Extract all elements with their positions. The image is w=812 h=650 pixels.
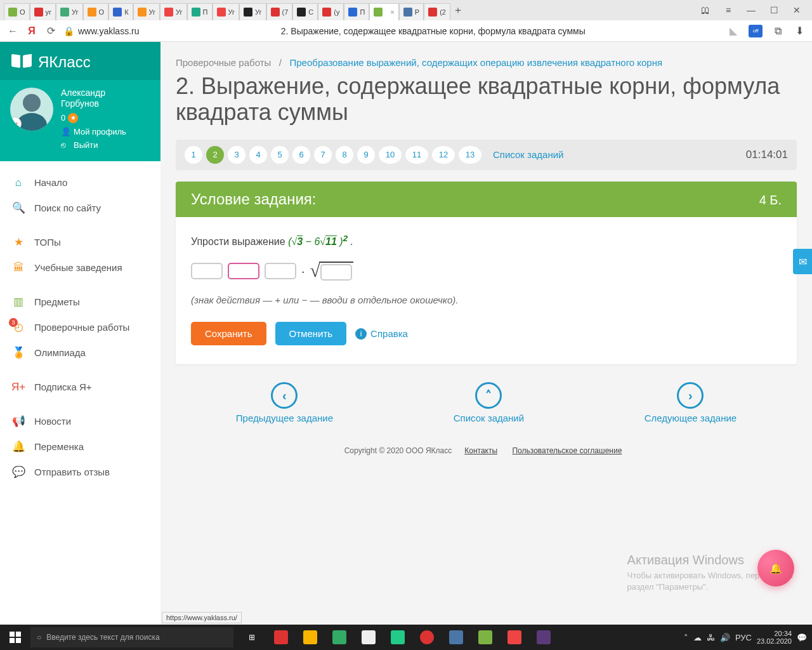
help-link[interactable]: iСправка (355, 328, 408, 340)
reader-icon[interactable]: 🕮 (694, 0, 717, 20)
task-list-link[interactable]: Список заданий (493, 149, 563, 160)
sidebar-item[interactable]: ★ТОПы (0, 230, 160, 255)
browser-tab[interactable]: уг (30, 3, 56, 20)
sidebar-item[interactable]: 💬Отправить отзыв (0, 460, 160, 485)
step-7[interactable]: 7 (314, 146, 332, 164)
taskbar-app-1[interactable] (266, 625, 296, 650)
browser-tab[interactable]: П (344, 3, 369, 20)
prev-task-button[interactable]: ‹Предыдущее задание (236, 382, 333, 423)
browser-tab[interactable]: Р (399, 3, 424, 20)
sidebar-item[interactable]: 🔔Переменка (0, 434, 160, 460)
tray-volume-icon[interactable]: 🔊 (720, 633, 730, 642)
footer: Copyright © 2020 ООО ЯКласс Контакты Пол… (160, 446, 812, 455)
start-button[interactable] (0, 625, 30, 650)
taskbar-app-9[interactable] (500, 625, 529, 650)
sidebar-item[interactable]: Я+Подписка Я+ (0, 375, 160, 400)
browser-tab[interactable]: O (83, 3, 109, 20)
task-list-button[interactable]: ˄Список заданий (454, 382, 524, 423)
url-box[interactable]: 🔒 www.yaklass.ru (63, 26, 139, 36)
browser-tab[interactable]: П (187, 3, 213, 20)
tray-network-icon[interactable]: 🖧 (707, 633, 715, 642)
notifications-fab[interactable]: 🔔 (757, 550, 794, 587)
browser-tab[interactable]: (у (318, 3, 344, 20)
sidebar-icon[interactable]: ⧉ (771, 25, 784, 37)
step-12[interactable]: 12 (432, 146, 455, 164)
taskbar-app-6[interactable] (412, 625, 442, 650)
step-2[interactable]: 2 (206, 146, 224, 164)
answer-input-1[interactable] (191, 263, 223, 279)
taskbar-app-5[interactable] (383, 625, 412, 650)
browser-tab[interactable]: Уг (133, 3, 160, 20)
sidebar-item[interactable]: 🏛Учебные заведения (0, 255, 160, 281)
breadcrumb-parent[interactable]: Проверочные работы (176, 57, 271, 68)
sidebar-item[interactable]: 📢Новости (0, 409, 160, 434)
tray-notifications-icon[interactable]: 💬 (797, 633, 807, 642)
browser-tab[interactable]: O (4, 3, 30, 20)
favicon (217, 8, 226, 17)
yandex-home-icon[interactable]: Я (25, 25, 38, 37)
next-task-button[interactable]: ›Следующее задание (645, 382, 737, 423)
cancel-button[interactable]: Отменить (275, 322, 347, 345)
sidebar-item[interactable]: 🏅Олимпиада (0, 340, 160, 366)
taskbar-app-7[interactable] (442, 625, 471, 650)
taskbar-app-8[interactable] (471, 625, 500, 650)
task-view-icon[interactable]: ⊞ (237, 625, 266, 650)
step-6[interactable]: 6 (292, 146, 310, 164)
reload-icon[interactable]: ⟳ (44, 25, 57, 37)
tray-chevron-icon[interactable]: ˄ (684, 633, 688, 642)
browser-tab[interactable]: Уг (213, 3, 240, 20)
feedback-tab[interactable]: ✉ (793, 249, 812, 274)
menu-icon[interactable]: ≡ (717, 0, 740, 20)
sidebar-item[interactable]: 🔍Поиск по сайту (0, 196, 160, 221)
answer-input-radicand[interactable] (320, 264, 352, 281)
taskbar-app-4[interactable] (354, 625, 383, 650)
step-1[interactable]: 1 (185, 146, 202, 164)
close-icon[interactable]: ✕ (785, 0, 808, 20)
answer-input-sign[interactable] (228, 263, 259, 279)
browser-tab[interactable]: Уг (239, 3, 266, 20)
browser-tab[interactable]: С (292, 3, 318, 20)
taskbar-app-10[interactable] (529, 625, 558, 650)
logo[interactable]: ЯКласс (0, 42, 160, 80)
answer-input-2[interactable] (265, 263, 296, 279)
maximize-icon[interactable]: ☐ (763, 0, 785, 20)
step-11[interactable]: 11 (405, 146, 428, 164)
footer-terms[interactable]: Пользовательское соглашение (512, 446, 622, 455)
my-profile-link[interactable]: 👤Мой профиль (61, 127, 126, 136)
step-8[interactable]: 8 (336, 146, 353, 164)
tab-title: 2. Выражение, содержащее квадратные корн… (145, 26, 721, 36)
new-tab-button[interactable]: ＋ (450, 3, 466, 18)
sidebar-item[interactable]: ▥Предметы (0, 289, 160, 315)
step-4[interactable]: 4 (249, 146, 267, 164)
sidebar-item[interactable]: ⌂Начало (0, 170, 160, 196)
avatar[interactable]: Я+ (10, 88, 53, 131)
step-5[interactable]: 5 (271, 146, 289, 164)
tray-lang[interactable]: РУС (735, 633, 752, 642)
browser-tab[interactable]: К (108, 3, 133, 20)
step-10[interactable]: 10 (379, 146, 402, 164)
browser-tab[interactable]: Уг (56, 3, 83, 20)
step-9[interactable]: 9 (357, 146, 375, 164)
back-icon[interactable]: ← (6, 25, 19, 37)
browser-tab[interactable]: Уг (160, 3, 187, 20)
browser-tab[interactable]: (2 (424, 3, 450, 20)
breadcrumb-link[interactable]: Преобразование выражений, содержащих опе… (290, 57, 663, 68)
bookmark-icon[interactable]: ◣ (727, 25, 740, 37)
browser-tab[interactable]: (7 (266, 3, 293, 20)
browser-tab[interactable]: × (369, 3, 398, 20)
sidebar-item[interactable]: ◴3Проверочные работы (0, 315, 160, 340)
tray-clock[interactable]: 20:3423.02.2020 (757, 630, 792, 645)
download-icon[interactable]: ⬇ (793, 25, 806, 37)
logout-link[interactable]: ⎋Выйти (61, 140, 126, 150)
taskbar-app-3[interactable] (325, 625, 354, 650)
taskbar-app-2[interactable] (296, 625, 325, 650)
tab-close-icon[interactable]: × (390, 8, 394, 16)
minimize-icon[interactable]: — (740, 0, 763, 20)
taskbar-search[interactable]: ○Введите здесь текст для поиска (30, 627, 233, 647)
step-3[interactable]: 3 (228, 146, 246, 164)
step-13[interactable]: 13 (459, 146, 481, 164)
tray-cloud-icon[interactable]: ☁ (693, 633, 702, 642)
save-button[interactable]: Сохранить (191, 322, 266, 345)
extension-icon[interactable]: off (749, 25, 763, 37)
footer-contacts[interactable]: Контакты (464, 446, 497, 455)
